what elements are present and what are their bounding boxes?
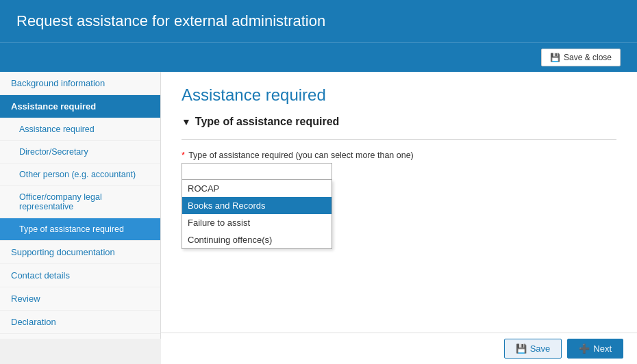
toolbar: 💾 Save & close [0,42,637,72]
sidebar-item-type-assistance[interactable]: Type of assistance required [0,218,160,241]
sidebar-item-background-information[interactable]: Background information [0,72,160,95]
dropdown-option-rocap[interactable]: ROCAP [182,180,332,197]
sidebar-item-director-secretary[interactable]: Director/Secretary [0,141,160,164]
section-header: ▼ Type of assistance required [182,116,616,128]
dropdown-option-continuing[interactable]: Continuing offence(s) [182,231,332,248]
sidebar-item-contact-details[interactable]: Contact details [0,264,160,287]
save-label: Save [530,343,551,354]
sidebar-item-assistance-required[interactable]: Assistance required [0,95,160,118]
bottom-bar: 💾 Save ➕ Next [161,333,637,364]
save-icon: 💾 [516,343,527,354]
page-title: Request assistance for external administ… [16,12,621,30]
sidebar-item-assistance-required-sub[interactable]: Assistance required [0,118,160,141]
content-title: Assistance required [182,86,616,105]
sidebar: Background informationAssistance require… [0,72,161,339]
save-button[interactable]: 💾 Save [504,339,562,359]
next-icon: ➕ [579,343,590,354]
type-of-assistance-input[interactable] [182,163,332,180]
sidebar-item-confirmation[interactable]: Confirmation [0,334,160,339]
sidebar-item-declaration[interactable]: Declaration [0,311,160,334]
divider [182,139,616,140]
content-area: Assistance required ▼ Type of assistance… [161,72,637,339]
required-indicator: * [182,151,185,160]
next-button[interactable]: ➕ Next [567,339,623,359]
dropdown-option-books-records[interactable]: Books and Records [182,197,332,214]
field-label-text: Type of assistance required (you can sel… [188,151,414,160]
sidebar-item-review[interactable]: Review [0,287,160,311]
field-label: * Type of assistance required (you can s… [182,151,616,160]
main-layout: Background informationAssistance require… [0,72,637,339]
sidebar-item-supporting-documentation[interactable]: Supporting documentation [0,241,160,264]
section-title: Type of assistance required [195,116,339,128]
sidebar-item-other-person[interactable]: Other person (e.g. accountant) [0,164,160,186]
dropdown-list: ROCAPBooks and RecordsFailure to assistC… [182,180,332,249]
save-close-icon: 💾 [550,53,560,62]
save-close-button[interactable]: 💾 Save & close [541,49,621,66]
save-close-label: Save & close [564,53,612,62]
next-label: Next [593,343,612,354]
sidebar-item-officer-legal[interactable]: Officer/company legal representative [0,186,160,218]
header: Request assistance for external administ… [0,0,637,42]
dropdown-option-failure-assist[interactable]: Failure to assist [182,214,332,231]
chevron-down-icon: ▼ [182,116,191,127]
dropdown-container: ROCAPBooks and RecordsFailure to assistC… [182,163,332,180]
